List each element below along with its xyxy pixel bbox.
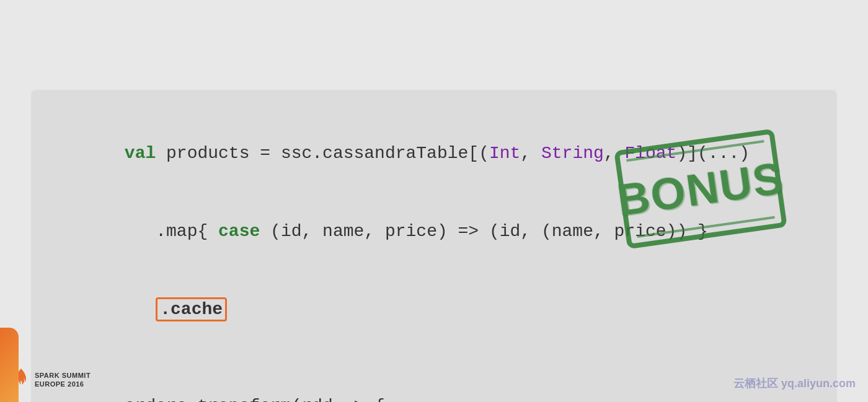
code-text: .map{ bbox=[125, 222, 218, 241]
watermark: 云栖社区 yq.aliyun.com bbox=[733, 376, 856, 391]
keyword-case: case bbox=[218, 222, 260, 241]
cache-keyword: .cache bbox=[156, 297, 227, 321]
slide-background: val products = ssc.cassandraTable[(Int, … bbox=[0, 0, 868, 402]
keyword-val: val bbox=[125, 144, 156, 163]
type-int: Int bbox=[489, 144, 520, 163]
code-block: val products = ssc.cassandraTable[(Int, … bbox=[31, 90, 837, 402]
code-line-3: .cache bbox=[62, 271, 806, 349]
bonus-stamp: BONUS bbox=[605, 110, 796, 269]
code-text: , bbox=[520, 144, 541, 163]
code-text: orders.transform(rdd => { bbox=[125, 396, 385, 402]
bonus-stamp-border: BONUS bbox=[614, 129, 787, 250]
code-spacer bbox=[62, 349, 806, 367]
spark-logo: SPARK SUMMIT EUROPE 2016 bbox=[12, 369, 91, 391]
spark-europe-text: EUROPE 2016 bbox=[35, 380, 91, 388]
code-indent bbox=[125, 300, 156, 319]
type-string: String bbox=[541, 144, 604, 163]
spark-summit-label: SPARK SUMMIT EUROPE 2016 bbox=[35, 371, 91, 389]
bonus-text: BONUS bbox=[614, 152, 787, 226]
bottom-left-decoration bbox=[0, 328, 19, 402]
spark-summit-text: SPARK SUMMIT bbox=[35, 371, 91, 380]
footer: SPARK SUMMIT EUROPE 2016 云栖社区 yq.aliyun.… bbox=[0, 369, 868, 396]
code-text: products = ssc.cassandraTable[( bbox=[156, 144, 489, 163]
